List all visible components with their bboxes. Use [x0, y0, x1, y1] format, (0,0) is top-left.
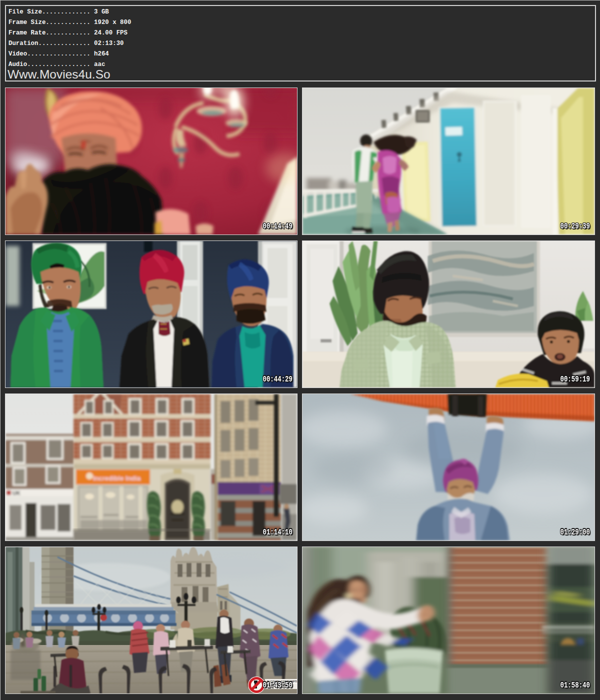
svg-text:Incredible India: Incredible India — [93, 474, 141, 482]
svg-text:UK: UK — [12, 490, 20, 496]
